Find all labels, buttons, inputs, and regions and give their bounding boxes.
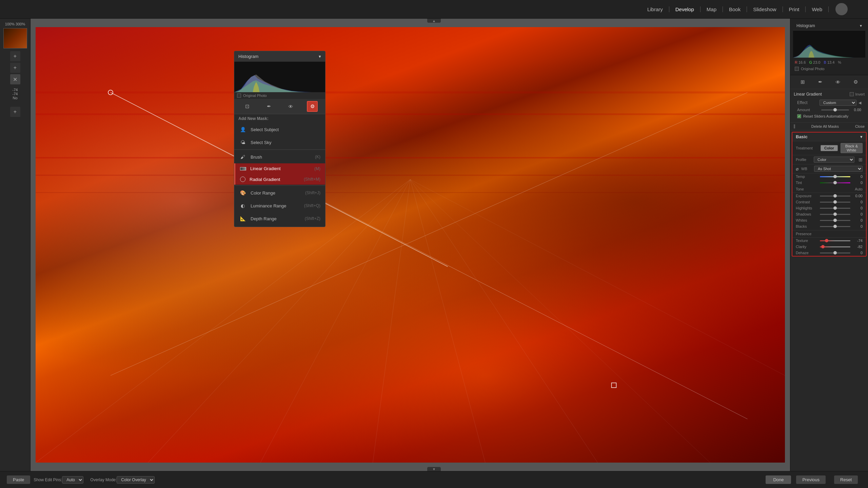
bw-treatment-button[interactable]: Black & White	[841, 143, 863, 153]
nav-web[interactable]: Web	[806, 6, 829, 12]
mask-tool-select[interactable]: ⊡	[242, 101, 253, 112]
color-treatment-button[interactable]: Color	[821, 145, 838, 151]
mask-tool-settings[interactable]: ⚙	[307, 101, 318, 112]
bottom-bar: Paste Show Edit Pins: Auto Overlay Mode:…	[0, 471, 868, 488]
auto-tone-button[interactable]: Auto	[855, 187, 863, 191]
rp-presence-header: Presence	[792, 230, 866, 238]
profile-grid-icon[interactable]: ⊞	[859, 157, 863, 162]
nav-library[interactable]: Library	[641, 6, 669, 12]
tint-slider[interactable]	[820, 182, 850, 183]
histogram-popup-menu-icon[interactable]: ▾	[319, 54, 321, 59]
top-panel-toggle[interactable]: ▲	[427, 19, 441, 23]
mask-item-depth-range[interactable]: 📐 Depth Range (Shift+Z)	[234, 212, 325, 225]
histogram-menu-icon[interactable]: ▾	[860, 23, 862, 28]
rp-histogram-section: Histogram ▾ R 16.6 G 23.0 B 13.4 % Origi…	[790, 19, 868, 75]
rp-original-photo: Original Photo	[793, 65, 865, 72]
mask-item-luminance-range[interactable]: ◐ Luminance Range (Shift+Q)	[234, 199, 325, 212]
mask-item-brush[interactable]: 🖌 Brush (K)	[234, 150, 325, 163]
basic-section-toggle[interactable]: ▾	[860, 134, 863, 139]
close-button[interactable]: ✕	[10, 74, 20, 84]
rp-heal-tool[interactable]: ✒	[815, 77, 825, 87]
profile-dropdown[interactable]: Color	[814, 157, 854, 163]
delete-all-masks-button[interactable]: Delete All Masks	[811, 124, 839, 128]
nav-print[interactable]: Print	[783, 6, 806, 12]
select-subject-icon: 👤	[239, 126, 246, 133]
rp-tools-row: ⊞ ✒ 👁 ⚙	[790, 75, 868, 89]
add-button-1[interactable]: +	[10, 51, 20, 61]
nav-map[interactable]: Map	[701, 6, 723, 12]
thumbnail-preview[interactable]	[3, 28, 27, 48]
highlights-slider[interactable]	[820, 208, 850, 209]
show-edit-pins-label: Show Edit Pins:	[34, 477, 62, 482]
nav-develop[interactable]: Develop	[669, 6, 701, 12]
contrast-slider[interactable]	[820, 202, 850, 203]
photo-canvas[interactable]	[36, 27, 785, 463]
color-range-icon: 🎨	[239, 189, 246, 197]
temp-slider[interactable]	[820, 176, 850, 177]
paste-button[interactable]: Paste	[7, 475, 30, 484]
photo-overlay	[36, 27, 785, 463]
histogram-popup-canvas	[234, 62, 325, 92]
rp-linear-gradient-section: Linear Gradient Invert Effect Custom ◀ A…	[790, 89, 868, 123]
bottom-panel-toggle[interactable]: ▼	[427, 467, 441, 471]
wb-eyedropper-icon[interactable]: ⌀	[796, 166, 798, 171]
mask-item-linear-gradient[interactable]: Linear Gradient (M)	[234, 163, 325, 174]
reset-button[interactable]: Reset	[834, 475, 858, 484]
rp-exposure-row: Exposure 0.00	[792, 193, 866, 199]
histogram-popup-header[interactable]: Histogram ▾	[234, 51, 325, 62]
rp-redeye-tool[interactable]: 👁	[833, 77, 843, 87]
linear-gradient-icon	[240, 167, 246, 170]
shadows-slider[interactable]	[820, 214, 850, 215]
mask-item-radial-gradient[interactable]: Radial Gradient (Shift+M)	[234, 174, 325, 185]
wb-dropdown[interactable]: As Shot	[814, 166, 863, 172]
cloud-icon[interactable]	[835, 3, 848, 15]
rp-lg-header: Linear Gradient Invert	[794, 92, 865, 97]
rp-crop-tool[interactable]: ⊞	[798, 77, 807, 87]
reset-checkbox[interactable]: ✓	[797, 114, 801, 118]
mask-tool-brush[interactable]: ✒	[263, 101, 274, 112]
done-button[interactable]: Done	[766, 475, 791, 484]
rp-highlights-row: Highlights 0	[792, 205, 866, 211]
rp-invert-row: Invert	[850, 92, 865, 96]
rp-texture-row: Texture -74	[792, 238, 866, 244]
previous-button[interactable]: Previous	[796, 475, 826, 484]
add-button-3[interactable]: +	[10, 107, 20, 117]
mask-divider-2	[234, 185, 325, 186]
rp-treatment-row: Treatment Color Black & White	[792, 141, 866, 155]
effect-arrow[interactable]: ◀	[859, 101, 861, 105]
whites-slider[interactable]	[820, 220, 850, 221]
invert-checkbox[interactable]	[850, 92, 854, 96]
show-edit-pins-select[interactable]: Auto	[62, 476, 83, 484]
select-sky-icon: 🌤	[239, 139, 246, 146]
rp-original-checkbox[interactable]	[795, 67, 799, 71]
clarity-slider[interactable]	[820, 246, 850, 247]
rp-effect-row: Effect Custom ◀	[794, 99, 865, 107]
canvas-area	[31, 19, 790, 471]
effect-dropdown[interactable]: Custom	[820, 100, 856, 106]
coord-display: -74 -74 No	[13, 88, 18, 100]
rp-settings-tool[interactable]: ⚙	[851, 77, 861, 87]
dehaze-slider[interactable]	[820, 252, 850, 253]
close-mask-button[interactable]: Close	[855, 124, 865, 128]
left-panel: 100% 300% + + ✕ -74 -74 No +	[0, 19, 31, 471]
mask-item-color-range[interactable]: 🎨 Color Range (Shift+J)	[234, 186, 325, 199]
zoom-level: 100% 300%	[5, 22, 25, 26]
nav-slideshow[interactable]: Slideshow	[747, 6, 783, 12]
mask-item-select-subject[interactable]: 👤 Select Subject	[234, 123, 325, 136]
add-button-2[interactable]: +	[10, 63, 20, 73]
mask-toolbar: ⊡ ✒ 👁 ⚙	[234, 99, 325, 114]
nav-book[interactable]: Book	[723, 6, 747, 12]
rp-histogram-canvas	[793, 30, 865, 58]
blacks-slider[interactable]	[820, 226, 850, 227]
rp-tone-header: Tone Auto	[792, 186, 866, 193]
histogram-popup-title: Histogram	[238, 54, 258, 59]
rp-sep-row: Delete All Masks Close	[790, 123, 868, 130]
mask-item-select-sky[interactable]: 🌤 Select Sky	[234, 136, 325, 149]
radial-gradient-icon	[240, 177, 245, 182]
exposure-slider[interactable]	[820, 196, 850, 197]
amount-slider[interactable]	[821, 109, 849, 110]
mask-tool-eye[interactable]: 👁	[285, 101, 296, 112]
texture-slider[interactable]	[820, 240, 850, 241]
original-photo-checkbox[interactable]	[237, 94, 241, 98]
overlay-mode-select[interactable]: Color Overlay	[117, 476, 155, 484]
